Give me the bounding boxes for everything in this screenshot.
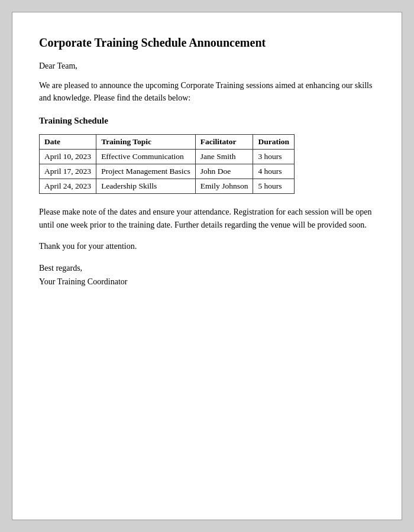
col-header-date: Date bbox=[40, 135, 96, 150]
intro-paragraph: We are pleased to announce the upcoming … bbox=[39, 79, 375, 104]
table-cell: 4 hours bbox=[253, 164, 295, 179]
table-cell: Emily Johnson bbox=[195, 179, 253, 194]
table-row: April 24, 2023Leadership SkillsEmily Joh… bbox=[40, 179, 295, 194]
table-cell: Leadership Skills bbox=[96, 179, 196, 194]
table-cell: Effective Communication bbox=[96, 150, 196, 164]
salutation: Dear Team, bbox=[39, 61, 375, 71]
document-page: Corporate Training Schedule Announcement… bbox=[12, 12, 402, 520]
table-row: April 17, 2023Project Management BasicsJ… bbox=[40, 164, 295, 179]
thank-you: Thank you for your attention. bbox=[39, 242, 375, 251]
table-cell: 3 hours bbox=[253, 150, 295, 164]
note-paragraph: Please make note of the dates and ensure… bbox=[39, 206, 375, 231]
sign-off-line1: Best regards, bbox=[39, 264, 82, 273]
document-title: Corporate Training Schedule Announcement bbox=[39, 36, 375, 50]
col-header-facilitator: Facilitator bbox=[195, 135, 253, 150]
table-cell: John Doe bbox=[195, 164, 253, 179]
table-cell: April 17, 2023 bbox=[40, 164, 96, 179]
table-cell: April 24, 2023 bbox=[40, 179, 96, 194]
col-header-topic: Training Topic bbox=[96, 135, 196, 150]
table-cell: Project Management Basics bbox=[96, 164, 196, 179]
sign-off: Best regards, Your Training Coordinator bbox=[39, 262, 375, 288]
section-title: Training Schedule bbox=[39, 116, 375, 126]
table-header-row: Date Training Topic Facilitator Duration bbox=[40, 135, 295, 150]
table-cell: Jane Smith bbox=[195, 150, 253, 164]
col-header-duration: Duration bbox=[253, 135, 295, 150]
schedule-table: Date Training Topic Facilitator Duration… bbox=[39, 134, 295, 194]
table-cell: 5 hours bbox=[253, 179, 295, 194]
table-row: April 10, 2023Effective CommunicationJan… bbox=[40, 150, 295, 164]
sign-off-line2: Your Training Coordinator bbox=[39, 277, 128, 286]
table-cell: April 10, 2023 bbox=[40, 150, 96, 164]
